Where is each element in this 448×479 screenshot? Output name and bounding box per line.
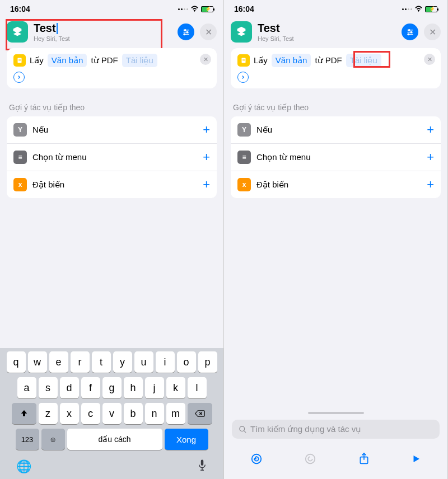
signal-icon [178, 8, 188, 10]
expand-chevron-icon[interactable] [13, 72, 25, 83]
suggestion-item-if[interactable]: Y Nếu + [7, 116, 217, 144]
menu-icon: ≡ [237, 151, 251, 164]
suggestion-item-menu[interactable]: ≡ Chọn từ menu + [231, 144, 441, 171]
status-icons: ⚡ [402, 5, 437, 13]
key-t[interactable]: t [92, 351, 111, 373]
key-b[interactable]: b [124, 403, 143, 424]
key-z[interactable]: z [39, 403, 58, 424]
add-icon[interactable]: + [203, 123, 210, 137]
clear-action-button[interactable]: ✕ [424, 54, 435, 65]
clear-action-button[interactable]: ✕ [200, 54, 211, 65]
redo-button[interactable] [304, 453, 316, 467]
close-button[interactable]: ✕ [424, 24, 441, 40]
keyboard-row-3: zxcvbnm [2, 403, 222, 424]
share-button[interactable] [358, 452, 370, 468]
key-l[interactable]: l [188, 377, 207, 398]
key-e[interactable]: e [49, 351, 68, 373]
key-k[interactable]: k [166, 377, 185, 398]
action-mid: từ PDF [91, 55, 118, 65]
key-x[interactable]: x [60, 403, 79, 424]
key-o[interactable]: o [177, 351, 196, 373]
key-w[interactable]: w [28, 351, 47, 373]
add-icon[interactable]: + [427, 177, 434, 192]
wifi-icon [414, 5, 423, 13]
title-block[interactable]: Test Hey Siri, Test [258, 22, 396, 42]
key-p[interactable]: p [198, 351, 217, 373]
svg-line-20 [244, 430, 246, 433]
action-card[interactable]: Lấy Văn bản từ PDF Tài liệu ✕ [231, 48, 441, 88]
action-prefix: Lấy [30, 55, 44, 65]
key-j[interactable]: j [145, 377, 164, 398]
key-d[interactable]: d [60, 377, 79, 398]
numbers-key[interactable]: 123 [16, 429, 39, 450]
close-button[interactable]: ✕ [200, 24, 217, 40]
suggestion-item-menu[interactable]: ≡ Chọn từ menu + [7, 144, 217, 171]
key-n[interactable]: n [145, 403, 164, 424]
keyboard-row-2: asdfghjkl [2, 377, 222, 398]
key-c[interactable]: c [81, 403, 100, 424]
keyboard-row-4: 123 ☺ dấu cách Xong [2, 429, 222, 450]
branch-icon: Y [237, 123, 251, 137]
add-icon[interactable]: + [427, 150, 434, 165]
key-q[interactable]: q [7, 351, 26, 373]
globe-icon[interactable]: 🌐 [16, 459, 31, 474]
suggestion-item-variable[interactable]: x Đặt biến + [7, 171, 217, 198]
annotation-highlight [6, 19, 162, 50]
key-v[interactable]: v [102, 403, 122, 424]
emoji-key[interactable]: ☺ [41, 429, 65, 450]
action-mid: từ PDF [315, 55, 342, 65]
svg-point-3 [186, 31, 188, 33]
suggestions-label: Gợi ý tác vụ tiếp theo [233, 103, 438, 112]
settings-button[interactable] [402, 24, 418, 40]
key-r[interactable]: r [71, 351, 90, 373]
add-icon[interactable]: + [203, 150, 210, 165]
shortcut-title: Test [258, 22, 280, 35]
key-u[interactable]: u [134, 351, 153, 373]
add-icon[interactable]: + [427, 123, 434, 137]
space-key[interactable]: dấu cách [67, 429, 162, 450]
suggestion-item-variable[interactable]: x Đặt biến + [231, 171, 441, 198]
key-i[interactable]: i [156, 351, 175, 373]
expand-chevron-icon[interactable] [237, 72, 249, 83]
suggestion-item-if[interactable]: Y Nếu + [231, 116, 441, 144]
left-screenshot: 16:04 ⚡ Test Hey Siri, Test ✕ [0, 0, 224, 479]
status-bar: 16:04 ⚡ [0, 0, 223, 18]
drag-handle[interactable] [308, 412, 364, 414]
signal-icon [402, 8, 412, 10]
mic-icon[interactable] [197, 459, 207, 475]
svg-point-13 [410, 31, 412, 33]
add-icon[interactable]: + [203, 177, 210, 192]
suggestions-list: Y Nếu + ≡ Chọn từ menu + x Đặt biến + [231, 116, 441, 198]
key-m[interactable]: m [166, 403, 185, 424]
action-card[interactable]: Lấy Văn bản từ PDF Tài liệu ✕ [7, 48, 217, 88]
variable-icon: x [237, 178, 251, 191]
settings-button[interactable] [178, 24, 194, 40]
token-text-type[interactable]: Văn bản [272, 54, 311, 67]
shortcut-header: Test Hey Siri, Test ✕ [224, 18, 447, 48]
token-document[interactable]: Tài liệu [122, 54, 157, 67]
branch-icon: Y [13, 123, 27, 137]
search-input[interactable]: Tìm kiếm ứng dụng và tác vụ [232, 420, 440, 439]
play-button[interactable] [411, 453, 421, 467]
keyboard-bottom-bar: 🌐 [2, 454, 222, 477]
key-s[interactable]: s [39, 377, 58, 398]
keyboard-row-1: qwertyuiop [2, 351, 222, 373]
shortcut-app-icon[interactable] [231, 21, 252, 43]
key-g[interactable]: g [102, 377, 122, 398]
battery-icon: ⚡ [425, 6, 437, 12]
done-key[interactable]: Xong [165, 429, 208, 450]
status-time: 16:04 [234, 4, 254, 13]
key-h[interactable]: h [124, 377, 143, 398]
svg-rect-7 [18, 59, 21, 60]
token-text-type[interactable]: Văn bản [48, 54, 87, 67]
svg-rect-17 [242, 59, 245, 60]
shift-key[interactable] [12, 403, 36, 424]
search-icon [239, 425, 247, 434]
backspace-key[interactable] [188, 403, 212, 424]
close-icon: ✕ [205, 27, 212, 37]
key-f[interactable]: f [81, 377, 100, 398]
undo-button[interactable] [250, 453, 263, 467]
key-y[interactable]: y [113, 351, 132, 373]
key-a[interactable]: a [17, 377, 36, 398]
keyboard[interactable]: qwertyuiop asdfghjkl zxcvbnm 123 ☺ dấu c… [0, 348, 223, 479]
